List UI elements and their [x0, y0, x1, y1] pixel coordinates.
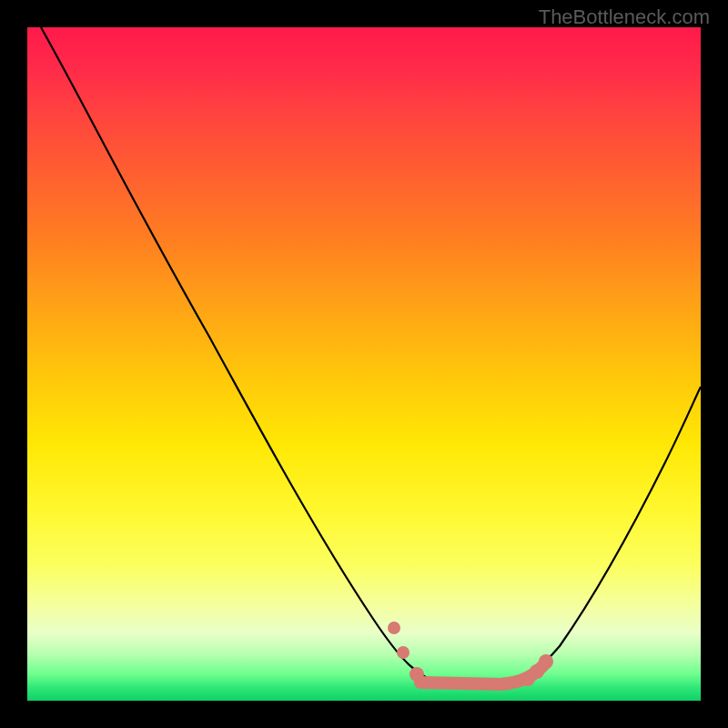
svg-point-0 — [388, 622, 400, 634]
plot-area — [27, 27, 701, 701]
svg-point-2 — [410, 667, 424, 682]
bottleneck-curve-line — [41, 27, 701, 684]
chart-svg — [27, 27, 701, 701]
optimal-range-highlight — [388, 622, 553, 686]
svg-point-1 — [397, 646, 410, 659]
watermark-text: TheBottleneck.com — [539, 5, 710, 29]
svg-point-5 — [521, 672, 535, 686]
